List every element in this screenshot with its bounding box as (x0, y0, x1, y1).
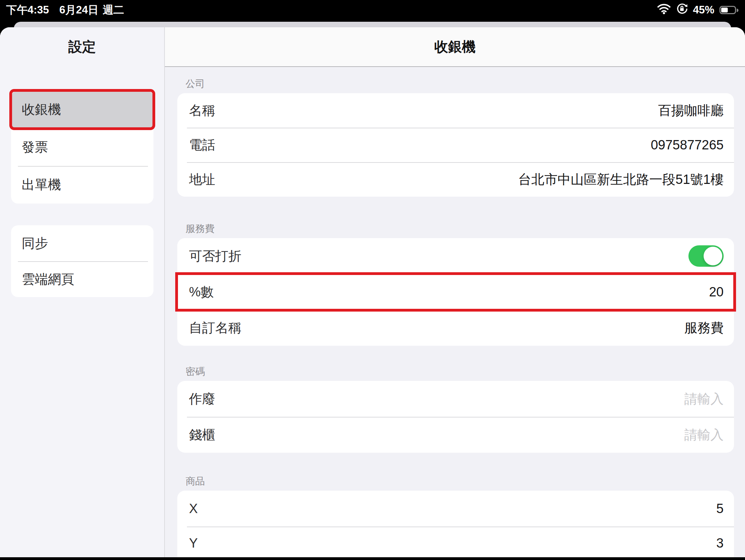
sidebar-item-label: 發票 (22, 138, 48, 156)
main-panel: 收銀機 公司 名稱 百揚咖啡廳 電話 0975877265 地址 (165, 27, 745, 560)
field-label: 電話 (189, 136, 215, 154)
field-label: 可否打折 (189, 247, 241, 265)
sidebar: 設定 收銀機 發票 出單機 同步 雲端網頁 (0, 27, 165, 560)
page-title: 收銀機 (165, 27, 745, 67)
field-placeholder: 請輸入 (684, 426, 724, 444)
sidebar-group-cloud: 同步 雲端網頁 (11, 225, 153, 297)
sidebar-item-label: 雲端網頁 (22, 271, 74, 288)
discountable-toggle[interactable] (688, 245, 724, 267)
field-label: 地址 (189, 171, 215, 188)
field-label: 自訂名稱 (189, 319, 241, 337)
field-row-x[interactable]: X 5 (177, 491, 734, 527)
field-row-company-address[interactable]: 地址 台北市中山區新生北路一段51號1樓 (177, 162, 734, 197)
sidebar-item-invoice[interactable]: 發票 (11, 128, 153, 166)
field-row-fee-percent[interactable]: %數 20 (177, 274, 734, 310)
field-row-discountable[interactable]: 可否打折 (177, 238, 734, 274)
field-row-cash-drawer-password[interactable]: 錢櫃 請輸入 (177, 417, 734, 453)
password-card: 作廢 請輸入 錢櫃 請輸入 (177, 381, 734, 453)
field-value: 台北市中山區新生北路一段51號1樓 (518, 171, 724, 188)
field-label: X (189, 501, 198, 516)
sidebar-item-sync[interactable]: 同步 (11, 225, 153, 261)
section-header-company: 公司 (186, 77, 734, 90)
status-bar: 下午4:35 6月24日 週二 45% (0, 0, 745, 20)
field-row-company-name[interactable]: 名稱 百揚咖啡廳 (177, 93, 734, 128)
sidebar-item-cash-register[interactable]: 收銀機 (11, 91, 153, 128)
sidebar-group-devices: 收銀機 發票 出單機 (11, 91, 153, 204)
status-weekday: 週二 (103, 3, 124, 17)
status-left: 下午4:35 6月24日 週二 (6, 3, 124, 17)
field-label: 錢櫃 (189, 426, 215, 444)
field-label: Y (189, 536, 198, 551)
page-title-text: 收銀機 (434, 37, 476, 56)
settings-sheet: 設定 收銀機 發票 出單機 同步 雲端網頁 (0, 27, 745, 560)
field-row-void-password[interactable]: 作廢 請輸入 (177, 381, 734, 417)
sidebar-item-cloud-web[interactable]: 雲端網頁 (11, 261, 153, 297)
battery-icon (719, 6, 739, 14)
field-label: %數 (189, 283, 214, 301)
toggle-knob (704, 247, 722, 265)
products-card: X 5 Y 3 (177, 491, 734, 560)
section-header-service-fee: 服務費 (186, 222, 734, 235)
sidebar-title: 設定 (0, 27, 164, 66)
company-card: 名稱 百揚咖啡廳 電話 0975877265 地址 台北市中山區新生北路一段51… (177, 93, 734, 197)
screen-bottom-edge (0, 557, 745, 560)
field-row-company-phone[interactable]: 電話 0975877265 (177, 128, 734, 162)
settings-content: 公司 名稱 百揚咖啡廳 電話 0975877265 地址 台北市中山區新生北路一… (165, 67, 745, 560)
battery-percent: 45% (693, 4, 714, 16)
field-label: 名稱 (189, 102, 215, 119)
field-value: 服務費 (684, 319, 724, 337)
clock: 下午4:35 (6, 3, 49, 17)
field-value: 3 (716, 536, 724, 551)
sidebar-item-label: 出單機 (22, 176, 61, 194)
field-value: 20 (709, 285, 724, 299)
wifi-icon (657, 3, 671, 17)
section-header-password: 密碼 (186, 365, 734, 378)
field-row-custom-name[interactable]: 自訂名稱 服務費 (177, 310, 734, 346)
field-label: 作廢 (189, 390, 215, 408)
section-header-products: 商品 (186, 475, 734, 488)
sidebar-item-ticket-printer[interactable]: 出單機 (11, 166, 153, 204)
status-right: 45% (657, 3, 739, 17)
field-value: 5 (716, 501, 724, 516)
sidebar-item-label: 同步 (22, 235, 48, 252)
field-value: 0975877265 (651, 138, 724, 153)
status-date: 6月24日 (59, 3, 99, 17)
sidebar-item-label: 收銀機 (22, 101, 61, 118)
screen: 下午4:35 6月24日 週二 45% (0, 0, 745, 560)
field-placeholder: 請輸入 (684, 390, 724, 408)
service-fee-card: 可否打折 %數 20 自訂名稱 服務費 (177, 238, 734, 346)
field-row-y[interactable]: Y 3 (177, 527, 734, 560)
rotation-lock-icon (676, 3, 688, 17)
field-value: 百揚咖啡廳 (658, 102, 724, 119)
